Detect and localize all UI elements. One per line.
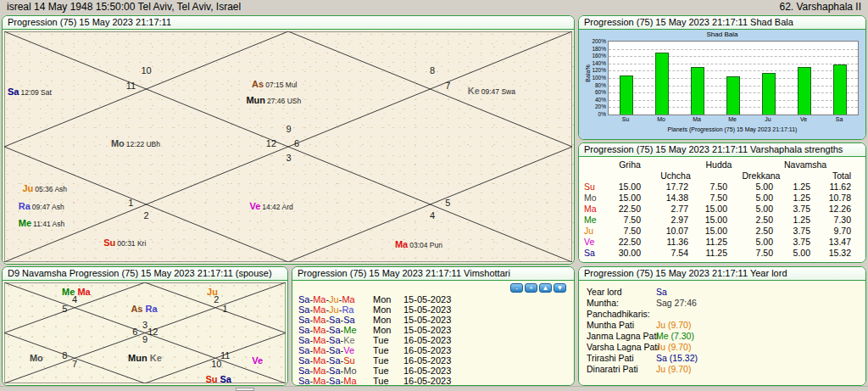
dasha-row[interactable]: Sa-Ma-Sa-KeTue16-05-2023 [298, 335, 570, 345]
dasha-sequence: Sa-Ma-Sa-Sa [298, 315, 373, 325]
header-spacer [584, 170, 608, 182]
strength-value: 7.54 [652, 248, 699, 259]
planet-mun: Mun27:46 USh [246, 95, 301, 105]
dasha-row[interactable]: Sa-Ma-Sa-SaMon15-05-2023 [298, 315, 570, 325]
dasha-sequence: Sa-Ma-Sa-Me [298, 325, 373, 335]
chart-body: 452136129871110Me MaJuAs RaMoMun KeVeSu … [3, 281, 287, 385]
planet-ma: Ma03:04 Pun [395, 239, 442, 249]
strength-row-planet: Sa [584, 248, 608, 259]
strength-value: 11.62 [821, 182, 862, 193]
strength-value: 7.30 [821, 215, 862, 226]
dasha-lord: Ju [329, 294, 339, 304]
dasha-list: Sa-Ma-Ju-MaMon15-05-2023Sa-Ma-Ju-RaMon15… [298, 294, 570, 386]
strength-row-planet: Ma [584, 204, 608, 215]
year-lord-value: Sag 27:46 [656, 298, 865, 309]
gridline [609, 64, 858, 64]
y-tick-label: 0% [598, 111, 606, 117]
dasha-row[interactable]: Sa-Ma-Sa-MaTue16-05-2023 [298, 376, 570, 386]
gridline [609, 70, 858, 71]
dasha-lord: Sa [329, 315, 340, 325]
year-lord-value: Ju (9.70) [656, 320, 865, 331]
strength-value: 11.25 [699, 237, 738, 248]
zoom-out-button[interactable]: - [510, 283, 523, 293]
scroll-down-button[interactable]: ▼ [554, 283, 566, 293]
house-number-3: 3 [142, 320, 147, 330]
dasha-lord: Sa [298, 376, 309, 386]
strength-value: 12.26 [821, 204, 862, 215]
planet-me-ma: Me Ma [62, 287, 91, 297]
dasha-sequence: Sa-Ma-Ju-Ra [298, 304, 373, 315]
planet-abbrev: Mun [128, 353, 147, 363]
house-number-2: 2 [143, 210, 148, 221]
strength-value: 7.50 [699, 193, 738, 204]
planet-degree: 09:47 Ash [32, 203, 64, 211]
strength-value: 5.00 [738, 237, 784, 248]
vimshottari-panel: Progression (75) 15 May 2023 21:17:11 Vi… [292, 266, 575, 386]
dasha-row[interactable]: Sa-Ma-Sa-VeTue16-05-2023 [298, 345, 570, 355]
house-number-12: 12 [147, 327, 158, 337]
planet-abbrev: Mo [111, 138, 125, 148]
strength-value: 15.00 [608, 193, 652, 204]
scrollbar-thumb[interactable] [236, 388, 254, 391]
dasha-sequence: Sa-Ma-Sa-Su [298, 355, 373, 366]
dasha-date: 16-05-2023 [403, 366, 471, 376]
dasha-date: 16-05-2023 [403, 376, 471, 386]
year-lord-body: Year lordSaMuntha:Sag 27:46Panchadhikari… [579, 281, 865, 385]
dasha-row[interactable]: Sa-Ma-Ju-MaMon15-05-2023 [298, 294, 570, 304]
planet-degree: 00:31 Kri [117, 239, 146, 248]
planet-ke: Ke09:47 Swa [468, 86, 515, 96]
year-lord-value: Sa (15.32) [656, 353, 865, 364]
bar-su [620, 75, 633, 115]
y-tick-label: 80% [595, 82, 606, 88]
header-spacer [784, 170, 821, 182]
dasha-lord: Sa [298, 304, 309, 315]
house-number-4: 4 [430, 210, 435, 221]
year-lord-list: Year lordSaMuntha:Sag 27:46Panchadhikari… [579, 281, 865, 375]
zoom-in-button[interactable]: + [525, 283, 537, 293]
chart-grid-lines-icon [4, 282, 286, 383]
gridline [609, 49, 858, 50]
progression-chart-panel: Progression (75) 15 May 2023 21:17:11 10… [2, 15, 575, 265]
north-indian-chart: 101187912631254Sa12:09 SatMo12:22 UBhAs0… [4, 31, 572, 262]
strength-value: 2.77 [652, 204, 699, 215]
year-lord-value: Ju (9.70) [656, 342, 865, 353]
dasha-row[interactable]: Sa-Ma-Ju-RaMon15-05-2023 [298, 304, 570, 315]
dasha-lord: Sa [298, 325, 309, 335]
strength-value: 7.50 [608, 226, 652, 237]
dasha-lord: Ma [313, 345, 326, 355]
x-tick-label-me: Me [715, 116, 750, 122]
dasha-lord: Sa [298, 335, 309, 345]
planet-ra: Ra09:47 Ash [19, 201, 64, 211]
strength-value: 17.72 [652, 182, 699, 193]
planet-degree: 11:41 Ash [33, 220, 64, 228]
header-spacer [652, 159, 699, 170]
house-number-8: 8 [62, 350, 67, 360]
strengths-table: GrihaHuddaNavamshaUchchaDrekkanaTotalSu1… [579, 157, 865, 259]
strength-value: 9.70 [821, 226, 862, 237]
gridline [609, 56, 858, 57]
strength-value: 30.00 [608, 248, 652, 259]
strength-value: 15.00 [699, 226, 738, 237]
planet-degree: 27:46 USh [267, 97, 301, 105]
planet-abbrev: Sa [8, 87, 19, 97]
dasha-date: 16-05-2023 [403, 355, 471, 366]
column-header-total: Total [821, 170, 862, 182]
scroll-up-button[interactable]: ▲ [539, 283, 552, 293]
year-lord-row: Year lordSa [587, 287, 865, 298]
dasha-lord: Ju [329, 304, 339, 315]
strength-value: 15.00 [699, 204, 738, 215]
planet-abbrev: Ve [249, 201, 260, 211]
strength-row-planet: Ju [584, 226, 608, 237]
chart-body: 101187912631254Sa12:09 SatMo12:22 UBhAs0… [3, 30, 574, 264]
planet-ve: Ve [252, 355, 263, 366]
dasha-row[interactable]: Sa-Ma-Sa-MeMon15-05-2023 [298, 325, 570, 335]
house-number-6: 6 [294, 138, 299, 148]
bar-sa [833, 64, 847, 115]
planet-sa: Sa12:09 Sat [8, 87, 52, 97]
strength-value: 1.25 [784, 215, 821, 226]
bar-mo [655, 53, 669, 115]
dasha-row[interactable]: Sa-Ma-Sa-MoTue16-05-2023 [298, 366, 570, 376]
dasha-lord: Sa [343, 315, 354, 325]
dasha-row[interactable]: Sa-Ma-Sa-SuTue16-05-2023 [298, 355, 570, 366]
strength-value: 11.36 [652, 237, 699, 248]
